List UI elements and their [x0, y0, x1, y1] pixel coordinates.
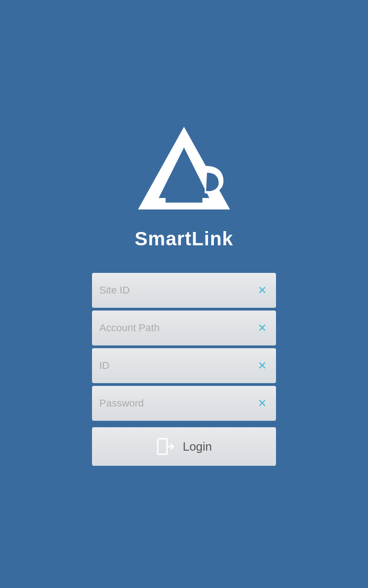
password-row: ✕ — [92, 386, 276, 421]
password-clear-button[interactable]: ✕ — [256, 396, 269, 411]
svg-rect-0 — [166, 189, 202, 203]
account-path-input[interactable] — [99, 322, 256, 334]
id-input[interactable] — [99, 360, 256, 372]
account-path-clear-button[interactable]: ✕ — [256, 321, 269, 335]
site-id-row: ✕ — [92, 273, 276, 308]
site-id-input[interactable] — [99, 284, 256, 296]
id-clear-button[interactable]: ✕ — [256, 358, 269, 373]
logo-container: SmartLink — [133, 122, 235, 250]
login-form: ✕ ✕ ✕ ✕ Login — [92, 273, 276, 466]
account-path-row: ✕ — [92, 311, 276, 345]
login-button[interactable]: Login — [92, 427, 276, 466]
login-button-label: Login — [183, 440, 212, 454]
id-row: ✕ — [92, 348, 276, 383]
login-icon — [156, 437, 175, 456]
brand-logo — [133, 122, 235, 223]
svg-rect-1 — [158, 439, 167, 454]
brand-name: SmartLink — [135, 228, 233, 250]
site-id-clear-button[interactable]: ✕ — [256, 283, 269, 298]
password-input[interactable] — [99, 397, 256, 409]
